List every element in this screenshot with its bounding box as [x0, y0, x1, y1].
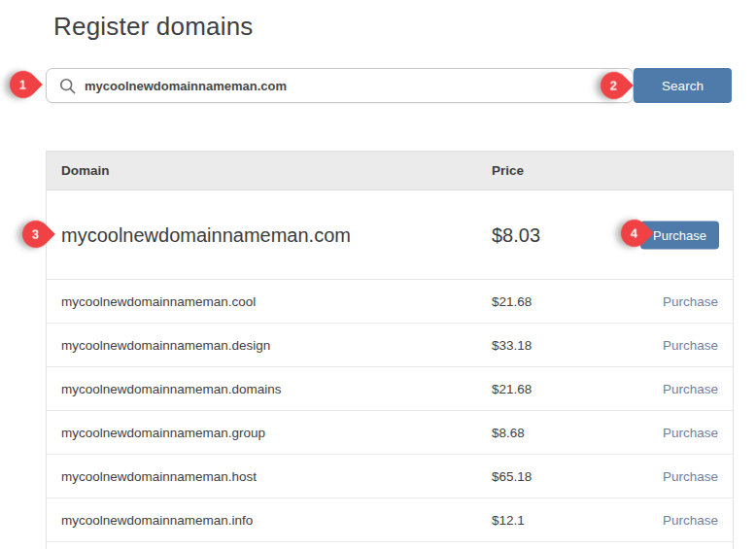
domain-price: $12.1: [492, 513, 525, 528]
domain-name: mycoolnewdomainnameman.info: [61, 513, 253, 528]
domain-search-box[interactable]: [46, 68, 634, 103]
search-input[interactable]: [85, 79, 633, 93]
domain-column-header: Domain: [61, 152, 110, 189]
table-row: mycoolnewdomainnameman.cool $21.68 Purch…: [47, 280, 733, 324]
table-row: mycoolnewdomainnameman.host $65.18 Purch…: [47, 455, 733, 498]
purchase-link[interactable]: Purchase: [663, 469, 718, 484]
annotation-marker-label: 4: [631, 225, 637, 240]
domain-name: mycoolnewdomainnameman.design: [61, 338, 270, 353]
purchase-link[interactable]: Purchase: [663, 294, 718, 309]
domain-price: $21.68: [492, 382, 532, 396]
purchase-link[interactable]: Purchase: [663, 426, 718, 440]
domain-name: mycoolnewdomainnameman.group: [61, 426, 265, 440]
exact-match-price: $8.03: [492, 223, 540, 246]
domain-name: mycoolnewdomainnameman.host: [61, 469, 257, 484]
domain-name: mycoolnewdomainnameman.domains: [61, 382, 282, 396]
table-row: mycoolnewdomainnameman.design $33.18 Pur…: [47, 324, 733, 367]
domain-price: $8.68: [492, 426, 525, 440]
purchase-link[interactable]: Purchase: [663, 513, 718, 528]
purchase-link[interactable]: Purchase: [663, 382, 718, 396]
annotation-marker-label: 3: [32, 226, 39, 241]
domain-price: $21.68: [492, 294, 532, 309]
annotation-marker-label: 2: [610, 78, 617, 92]
register-domains-page: Register domains Search Domain Price myc…: [0, 0, 756, 549]
domain-name: mycoolnewdomainnameman.cool: [61, 294, 256, 309]
search-icon: [59, 78, 76, 94]
domain-price: $33.18: [492, 338, 532, 353]
table-row: mycoolnewdomainnameman.group $8.68 Purch…: [47, 411, 733, 455]
table-row: mycoolnewdomainnameman.domains $21.68 Pu…: [47, 367, 733, 411]
domain-price: $65.18: [492, 469, 532, 484]
annotation-marker-label: 1: [19, 77, 26, 91]
purchase-link[interactable]: Purchase: [663, 338, 718, 353]
annotation-marker-1: 1: [4, 65, 43, 104]
page-title: Register domains: [53, 12, 254, 42]
table-row: mycoolnewdomainnameman.info $12.1 Purcha…: [47, 498, 733, 542]
price-column-header: Price: [492, 152, 524, 189]
domain-results-table: Domain Price mycoolnewdomainnameman.com …: [46, 151, 734, 549]
exact-match-domain: mycoolnewdomainnameman.com: [61, 223, 351, 246]
search-button[interactable]: Search: [634, 68, 732, 103]
table-header-row: Domain Price: [47, 152, 733, 190]
